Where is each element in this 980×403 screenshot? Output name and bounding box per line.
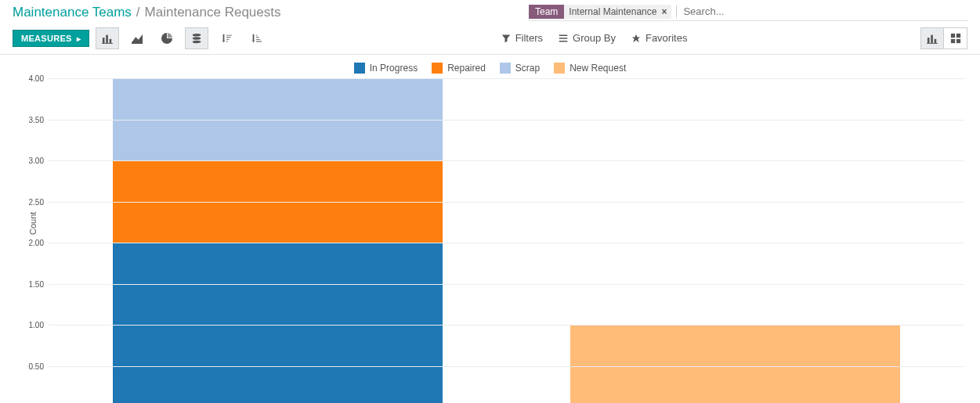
gridline	[49, 160, 964, 161]
legend-item[interactable]: New Request	[554, 63, 626, 74]
gridline	[49, 202, 964, 203]
funnel-icon	[501, 34, 511, 43]
bar-segment[interactable]	[570, 325, 900, 403]
pie-chart-button[interactable]	[155, 27, 179, 49]
y-tick: 1.50	[29, 279, 49, 288]
pivot-view-button[interactable]	[944, 27, 967, 49]
svg-rect-10	[559, 41, 568, 42]
y-tick: 2.50	[29, 197, 49, 206]
svg-rect-3	[102, 43, 113, 44]
svg-marker-4	[132, 34, 143, 43]
line-chart-icon	[132, 33, 143, 44]
bar-chart-button[interactable]	[96, 27, 119, 49]
search-input[interactable]	[680, 4, 967, 19]
chart-plot: Count 0.501.001.502.002.503.003.504.00	[49, 78, 964, 403]
legend-item[interactable]: Repaired	[432, 63, 486, 74]
bar-slot	[507, 78, 965, 403]
graph-view-button[interactable]	[920, 27, 944, 49]
gridline	[49, 366, 964, 367]
favorites-label: Favorites	[645, 32, 687, 44]
filters-button[interactable]: Filters	[497, 29, 548, 47]
bar-chart-icon	[927, 33, 938, 44]
legend-swatch	[432, 63, 443, 74]
svg-rect-18	[956, 38, 960, 42]
svg-point-6	[193, 37, 201, 40]
facet-value-text: Internal Maintenance	[569, 6, 656, 17]
grid-icon	[950, 33, 961, 44]
bar-stack	[113, 78, 443, 403]
legend-label: Repaired	[447, 63, 486, 74]
gridline	[49, 243, 964, 243]
svg-rect-0	[103, 38, 105, 43]
breadcrumb-separator: /	[136, 5, 140, 20]
breadcrumb-current: Maintenance Requests	[145, 5, 281, 20]
legend-item[interactable]: Scrap	[500, 63, 540, 74]
gridline	[49, 325, 964, 326]
svg-rect-13	[935, 38, 937, 42]
svg-rect-11	[928, 38, 930, 43]
y-tick: 3.00	[29, 157, 49, 165]
pie-chart-icon	[161, 33, 172, 44]
separator	[676, 5, 677, 18]
line-chart-button[interactable]	[125, 27, 149, 49]
y-tick: 1.00	[29, 321, 49, 329]
favorites-button[interactable]: Favorites	[627, 29, 692, 47]
caret-right-icon	[77, 34, 81, 43]
legend-item[interactable]: In Progress	[354, 63, 418, 74]
measures-button[interactable]: Measures	[13, 30, 89, 47]
chart-legend: In ProgressRepairedScrapNew Request	[16, 63, 964, 74]
list-icon	[559, 34, 568, 43]
svg-point-5	[193, 33, 201, 36]
breadcrumb: Maintenance Teams / Maintenance Requests	[13, 5, 280, 20]
search-facet: Team Internal Maintenance ×	[529, 5, 671, 19]
bar-segment[interactable]	[113, 243, 443, 403]
facet-value: Internal Maintenance ×	[564, 5, 671, 19]
svg-rect-17	[950, 38, 954, 42]
star-icon	[631, 34, 641, 43]
y-tick: 0.50	[29, 362, 49, 370]
legend-label: In Progress	[370, 63, 418, 74]
y-tick: 4.00	[29, 74, 49, 83]
svg-rect-14	[927, 43, 938, 44]
svg-rect-12	[931, 34, 933, 43]
close-icon[interactable]: ×	[661, 6, 667, 17]
sort-desc-icon	[221, 33, 232, 44]
y-axis-label: Count	[28, 212, 38, 235]
legend-swatch	[354, 63, 365, 74]
svg-rect-9	[559, 38, 568, 39]
svg-rect-15	[950, 33, 954, 37]
svg-rect-8	[559, 34, 568, 36]
view-switcher	[920, 27, 967, 49]
y-tick: 3.50	[29, 115, 49, 124]
sort-desc-button[interactable]	[215, 27, 238, 49]
groupby-label: Group By	[573, 32, 616, 44]
stacked-button[interactable]	[185, 27, 208, 49]
bar-stack	[570, 78, 900, 403]
gridline	[49, 78, 964, 79]
sort-asc-button[interactable]	[244, 27, 268, 49]
stacked-icon	[191, 33, 202, 44]
legend-swatch	[554, 63, 565, 74]
breadcrumb-parent[interactable]: Maintenance Teams	[13, 5, 132, 20]
facet-key: Team	[529, 5, 564, 19]
sort-asc-icon	[251, 33, 262, 44]
y-tick: 2.00	[29, 239, 49, 247]
groupby-button[interactable]: Group By	[554, 29, 620, 47]
legend-swatch	[500, 63, 511, 74]
legend-label: New Request	[570, 63, 626, 74]
legend-label: Scrap	[515, 63, 540, 74]
filters-label: Filters	[515, 32, 543, 44]
svg-rect-1	[106, 34, 108, 43]
search-bar[interactable]: Team Internal Maintenance ×	[529, 4, 967, 21]
measures-label: Measures	[21, 34, 72, 43]
bar-slot	[49, 78, 507, 403]
gridline	[49, 284, 964, 285]
bar-chart-icon	[102, 33, 113, 44]
svg-rect-16	[956, 33, 960, 37]
svg-point-7	[193, 40, 201, 43]
gridline	[49, 120, 964, 121]
svg-rect-2	[110, 38, 112, 42]
